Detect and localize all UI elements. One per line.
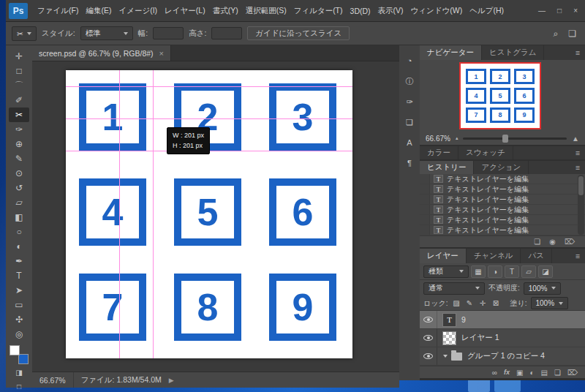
new-snapshot-icon[interactable]: ◉ — [549, 238, 556, 246]
close-button[interactable]: × — [573, 7, 578, 15]
healing-brush-tool[interactable]: ⊕ — [9, 137, 29, 151]
menu-3d[interactable]: 3D(D) — [347, 7, 374, 15]
lock-all-icon[interactable]: ⊠ — [491, 299, 500, 307]
layer-row-group-copy-4[interactable]: グループ 1 のコピー 4 — [420, 347, 585, 366]
menu-help[interactable]: ヘルプ(H) — [466, 6, 507, 16]
history-source-checkbox[interactable] — [420, 215, 430, 225]
tab-paths[interactable]: パス — [521, 249, 552, 263]
guide-vertical[interactable] — [119, 70, 120, 358]
history-state[interactable]: T テキストレイヤーを編集 — [420, 225, 585, 235]
layer-effects-icon[interactable]: fx — [504, 369, 510, 376]
menu-file[interactable]: ファイル(F) — [34, 6, 82, 16]
zoom-slider[interactable] — [463, 137, 567, 140]
tab-navigator[interactable]: ナビゲーター — [420, 45, 482, 60]
filter-adjustment-layers-icon[interactable]: ◑ — [488, 265, 502, 278]
expand-group-icon[interactable] — [443, 355, 448, 358]
close-tab-icon[interactable]: × — [159, 49, 164, 58]
minimize-button[interactable]: — — [538, 7, 546, 15]
history-source-checkbox[interactable] — [420, 225, 430, 235]
brush-presets-panel-icon[interactable]: ✑ — [402, 95, 417, 108]
tab-swatches[interactable]: スウォッチ — [458, 146, 513, 159]
layer-thumbnail[interactable] — [442, 331, 456, 345]
menu-edit[interactable]: 編集(E) — [82, 6, 115, 16]
screen-mode-button[interactable]: □ — [9, 380, 29, 392]
hand-tool[interactable]: ✣ — [9, 312, 29, 327]
layer-row-layer-1[interactable]: レイヤー 1 — [420, 329, 585, 347]
visibility-toggle[interactable] — [420, 311, 437, 328]
lock-position-icon[interactable]: ✛ — [478, 299, 487, 307]
panel-menu-icon[interactable]: ≡ — [570, 146, 585, 159]
zoom-level[interactable]: 66.67% — [39, 376, 66, 385]
zoom-tool[interactable]: ◎ — [9, 327, 29, 342]
history-state[interactable]: T テキストレイヤーを編集 — [420, 174, 585, 184]
visibility-toggle[interactable] — [420, 347, 437, 365]
eraser-tool[interactable]: ▱ — [9, 195, 29, 210]
filter-type-layers-icon[interactable]: T — [505, 265, 519, 278]
guide-vertical[interactable] — [153, 70, 154, 358]
slice-tool[interactable]: ✂ — [9, 108, 29, 122]
layer-row-text-9[interactable]: T 9 — [420, 311, 585, 329]
character-panel-icon[interactable]: A — [402, 136, 417, 149]
filter-pixel-layers-icon[interactable]: ▦ — [471, 265, 486, 278]
style-select[interactable]: 標準 — [80, 26, 133, 40]
new-document-from-state-icon[interactable]: ❏ — [534, 238, 540, 246]
info-panel-icon[interactable]: ⓘ — [402, 75, 417, 88]
blur-tool[interactable]: ○ — [9, 225, 29, 239]
history-state[interactable]: T テキストレイヤーを編集 — [420, 195, 585, 205]
menu-window[interactable]: ウィンドウ(W) — [407, 6, 467, 16]
layer-thumbnail[interactable]: T — [442, 313, 456, 327]
blend-mode-select[interactable]: 通常 — [423, 282, 485, 295]
tab-color[interactable]: カラー — [420, 146, 458, 159]
history-source-checkbox[interactable] — [420, 184, 430, 194]
quick-mask-button[interactable]: ◨ — [9, 366, 29, 378]
menu-select[interactable]: 選択範囲(S) — [242, 6, 290, 16]
menu-layer[interactable]: レイヤー(L) — [161, 6, 209, 16]
height-input[interactable] — [211, 27, 242, 39]
tab-actions[interactable]: アクション — [474, 161, 529, 174]
path-selection-tool[interactable]: ➤ — [9, 283, 29, 298]
paragraph-panel-icon[interactable]: ¶ — [402, 157, 417, 170]
tab-history[interactable]: ヒストリー — [420, 161, 474, 174]
lock-pixels-icon[interactable]: ✎ — [464, 299, 474, 307]
eyedropper-tool[interactable]: ✑ — [9, 122, 29, 137]
canvas-area[interactable]: 1 2 3 4 5 6 7 8 9 — [32, 61, 399, 372]
histogram-panel-icon[interactable]: ◔ — [402, 54, 417, 67]
zoom-slider-handle[interactable] — [502, 135, 508, 143]
maximize-button[interactable]: □ — [557, 7, 562, 15]
tab-channels[interactable]: チャンネル — [467, 249, 521, 263]
menu-type[interactable]: 書式(Y) — [209, 6, 242, 16]
link-layers-icon[interactable]: ∞ — [492, 369, 497, 377]
panel-menu-icon[interactable]: ≡ — [570, 249, 585, 263]
menu-filter[interactable]: フィルター(T) — [290, 6, 347, 16]
history-state[interactable]: T テキストレイヤーを編集 — [420, 205, 585, 215]
clone-source-panel-icon[interactable]: ❏ — [402, 116, 417, 129]
zoom-in-icon[interactable]: ▲ — [572, 135, 579, 143]
lock-transparency-icon[interactable]: ▨ — [451, 299, 461, 307]
filter-shape-layers-icon[interactable]: ▱ — [521, 265, 536, 278]
type-tool[interactable]: T — [9, 268, 29, 283]
move-tool[interactable]: ✛ — [9, 49, 29, 64]
menu-image[interactable]: イメージ(I) — [115, 6, 161, 16]
delete-state-icon[interactable]: ⌦ — [565, 238, 575, 246]
history-state[interactable]: T テキストレイヤーを編集 — [420, 215, 585, 225]
foreground-color-swatch[interactable] — [10, 345, 20, 355]
dodge-tool[interactable]: ◐ — [9, 239, 29, 254]
history-state[interactable]: T テキストレイヤーを編集 — [420, 184, 585, 195]
guide-horizontal[interactable] — [66, 118, 352, 119]
document-tab[interactable]: screen.psd @ 66.7% (9, RGB/8#) × — [32, 45, 171, 61]
scrollbar[interactable] — [578, 175, 584, 235]
search-icon[interactable]: ⌕ — [554, 29, 559, 39]
history-source-checkbox[interactable] — [420, 195, 430, 204]
gradient-tool[interactable]: ◧ — [9, 210, 29, 225]
new-adjustment-layer-icon[interactable]: ◐ — [529, 369, 534, 377]
brush-tool[interactable]: ✎ — [9, 151, 29, 166]
tab-histogram[interactable]: ヒストグラム — [482, 45, 544, 60]
lasso-tool[interactable]: ⌒ — [9, 78, 29, 93]
menu-view[interactable]: 表示(V) — [374, 6, 407, 16]
slices-from-guides-button[interactable]: ガイドに沿ってスライス — [247, 26, 350, 40]
visibility-toggle[interactable] — [420, 329, 437, 347]
filter-smart-objects-icon[interactable]: ◪ — [538, 265, 553, 278]
rectangle-tool[interactable]: ▭ — [9, 298, 29, 312]
background-color-swatch[interactable] — [18, 354, 29, 364]
opacity-select[interactable]: 100% — [524, 282, 562, 295]
